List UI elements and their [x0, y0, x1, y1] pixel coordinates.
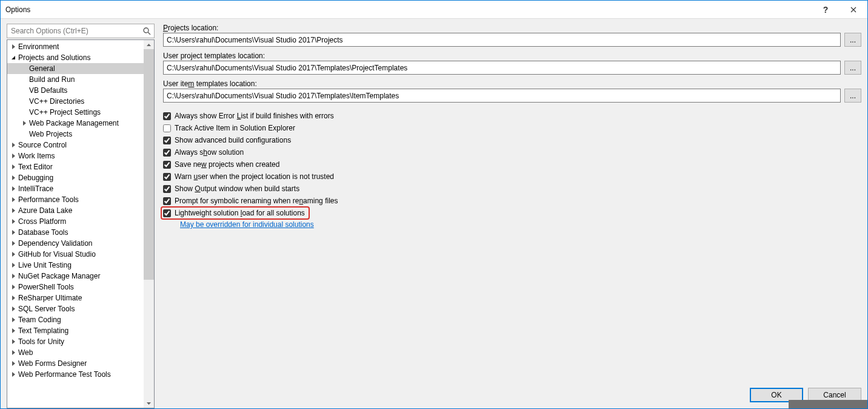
chevron-right-icon[interactable]	[10, 219, 17, 224]
checkbox-row: Save new projects when created	[163, 158, 861, 171]
override-link[interactable]: May be overridden for individual solutio…	[163, 219, 861, 230]
checkbox[interactable]	[163, 209, 171, 217]
checkbox-label[interactable]: Show Output window when build starts	[175, 184, 299, 193]
scroll-down-arrow[interactable]	[144, 399, 154, 408]
tree-item[interactable]: Build and Run	[7, 74, 154, 85]
tree-item[interactable]: IntelliTrace	[7, 183, 154, 194]
search-box[interactable]	[7, 24, 155, 38]
chevron-right-icon[interactable]	[10, 328, 17, 333]
checkbox-label[interactable]: Warn user when the project location is n…	[175, 172, 334, 181]
window-title: Options	[5, 5, 30, 14]
scrollbar-track[interactable]	[144, 40, 154, 408]
chevron-right-icon[interactable]	[10, 317, 17, 322]
tree-item[interactable]: Live Unit Testing	[7, 260, 154, 271]
checkbox[interactable]	[163, 173, 171, 181]
chevron-right-icon[interactable]	[10, 164, 17, 169]
tree-item[interactable]: Database Tools	[7, 227, 154, 238]
tree-item[interactable]: VB Defaults	[7, 85, 154, 96]
tree-item[interactable]: Cross Platform	[7, 216, 154, 227]
chevron-right-icon[interactable]	[21, 121, 28, 126]
user-proj-templates-input[interactable]	[163, 61, 841, 75]
user-proj-templates-group: User project templates location: ...	[163, 52, 861, 76]
tree-item[interactable]: GitHub for Visual Studio	[7, 249, 154, 260]
tree-item[interactable]: Web Performance Test Tools	[7, 369, 154, 380]
checkbox-row: Show Output window when build starts	[163, 183, 861, 195]
checkbox[interactable]	[163, 112, 171, 120]
tree-item[interactable]: Web Package Management	[7, 118, 154, 129]
checkbox-label[interactable]: Track Active Item in Solution Explorer	[175, 124, 295, 132]
projects-location-input[interactable]	[163, 33, 841, 47]
scrollbar-thumb[interactable]	[144, 49, 154, 280]
chevron-right-icon[interactable]	[10, 175, 17, 180]
tree-item[interactable]: Text Templating	[7, 325, 154, 336]
search-input[interactable]	[10, 26, 142, 36]
close-button[interactable]	[840, 1, 867, 19]
tree-item-label: PowerShell Tools	[17, 282, 74, 292]
tree-item[interactable]: PowerShell Tools	[7, 282, 154, 292]
tree-item[interactable]: Team Coding	[7, 314, 154, 325]
tree-item[interactable]: Web	[7, 347, 154, 358]
tree-item[interactable]: NuGet Package Manager	[7, 271, 154, 282]
chevron-right-icon[interactable]	[10, 252, 17, 257]
tree-item[interactable]: Web Projects	[7, 129, 154, 140]
chevron-right-icon[interactable]	[10, 339, 17, 344]
tree-item[interactable]: VC++ Project Settings	[7, 107, 154, 118]
tree-item-label: VC++ Project Settings	[28, 107, 101, 118]
checkbox[interactable]	[163, 137, 171, 144]
tree-item[interactable]: Source Control	[7, 140, 154, 150]
user-item-templates-input[interactable]	[163, 89, 841, 103]
checkbox-row: Show advanced build configurations	[163, 134, 861, 146]
tree-item[interactable]: General	[7, 63, 154, 74]
user-item-templates-label: User item templates location:	[163, 79, 861, 88]
tree-item[interactable]: Text Editor	[7, 161, 154, 172]
chevron-right-icon[interactable]	[10, 372, 17, 377]
chevron-right-icon[interactable]	[10, 263, 17, 268]
checkbox[interactable]	[163, 124, 171, 132]
checkbox-label[interactable]: Save new projects when created	[175, 160, 279, 169]
checkbox-label[interactable]: Always show solution	[175, 148, 244, 157]
tree-item[interactable]: SQL Server Tools	[7, 303, 154, 314]
tree-item[interactable]: Debugging	[7, 172, 154, 183]
checkbox-label[interactable]: Lightweight solution load for all soluti…	[175, 209, 305, 217]
checkbox[interactable]	[163, 149, 171, 157]
tree-item[interactable]: Web Forms Designer	[7, 358, 154, 369]
tree-item[interactable]: Tools for Unity	[7, 336, 154, 347]
chevron-right-icon[interactable]	[10, 230, 17, 235]
chevron-right-icon[interactable]	[10, 274, 17, 279]
tree-item[interactable]: Azure Data Lake	[7, 205, 154, 216]
projects-location-browse[interactable]: ...	[844, 33, 861, 47]
chevron-right-icon[interactable]	[10, 241, 17, 246]
user-proj-templates-browse[interactable]: ...	[844, 61, 861, 75]
checkbox-row: Always show solution	[163, 146, 861, 158]
tree-item[interactable]: Dependency Validation	[7, 238, 154, 249]
tree-item-label: Source Control	[17, 140, 67, 150]
checkbox[interactable]	[163, 185, 171, 193]
help-button[interactable]: ?	[812, 1, 840, 19]
chevron-down-icon[interactable]	[10, 55, 17, 60]
tree-item-label: Web Forms Designer	[17, 358, 87, 369]
chevron-right-icon[interactable]	[10, 296, 17, 300]
chevron-right-icon[interactable]	[10, 361, 17, 366]
tree-item[interactable]: Performance Tools	[7, 194, 154, 205]
tree-item[interactable]: Projects and Solutions	[7, 52, 154, 63]
chevron-right-icon[interactable]	[10, 143, 17, 147]
tree-item[interactable]: VC++ Directories	[7, 96, 154, 107]
user-item-templates-browse[interactable]: ...	[844, 89, 861, 103]
chevron-right-icon[interactable]	[10, 350, 17, 355]
tree-item[interactable]: ReSharper Ultimate	[7, 292, 154, 303]
tree-item[interactable]: Environment	[7, 41, 154, 52]
chevron-right-icon[interactable]	[10, 208, 17, 213]
chevron-right-icon[interactable]	[10, 186, 17, 191]
checkbox[interactable]	[163, 161, 171, 169]
chevron-right-icon[interactable]	[10, 44, 17, 49]
chevron-right-icon[interactable]	[10, 306, 17, 311]
checkbox-label[interactable]: Prompt for symbolic renaming when renami…	[175, 197, 338, 205]
checkbox[interactable]	[163, 197, 171, 205]
checkbox-label[interactable]: Always show Error List if build finishes…	[175, 112, 334, 120]
chevron-right-icon[interactable]	[10, 154, 17, 158]
chevron-right-icon[interactable]	[10, 197, 17, 202]
scroll-up-arrow[interactable]	[144, 40, 154, 49]
checkbox-label[interactable]: Show advanced build configurations	[175, 136, 291, 144]
chevron-right-icon[interactable]	[10, 285, 17, 289]
tree-item[interactable]: Work Items	[7, 150, 154, 161]
